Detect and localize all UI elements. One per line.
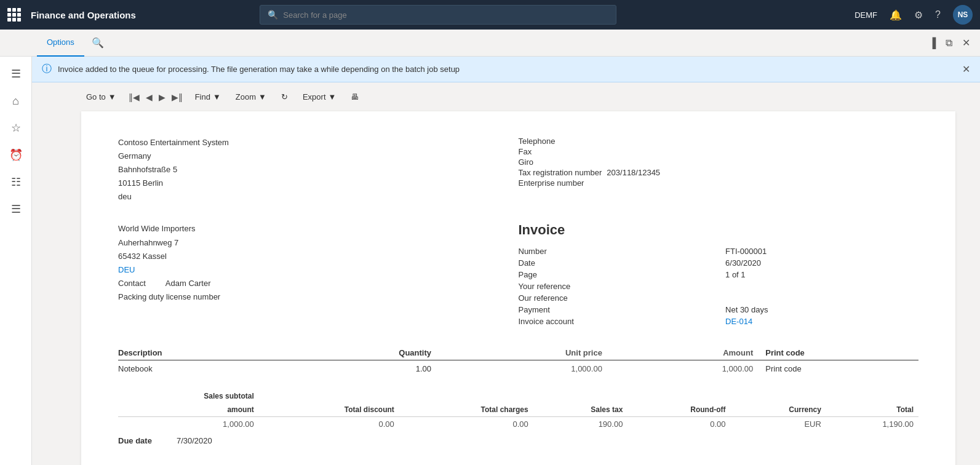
banner-message: Invoice added to the queue for processin…	[58, 65, 460, 74]
sidebar-home[interactable]: ⌂	[4, 89, 28, 113]
tax-reg-value: 203/118/12345	[607, 167, 665, 178]
invoice-main-section: World Wide Importers Auherhahnweg 7 6543…	[118, 222, 918, 327]
popout-icon[interactable]: ⧉	[943, 35, 955, 51]
seller-lang: deu	[118, 190, 519, 204]
contact-value: Adam Carter	[165, 277, 211, 290]
sidebar-recent[interactable]: ⏰	[4, 143, 28, 167]
user-avatar[interactable]: NS	[953, 5, 973, 25]
page-value: 1 of 1	[701, 269, 918, 280]
seller-contact-info: Telephone Fax Giro Tax registration	[519, 136, 919, 204]
buyer-street: Auherhahnweg 7	[118, 236, 519, 250]
settings-icon[interactable]: ⚙	[914, 9, 923, 21]
print-btn[interactable]: 🖶	[346, 90, 364, 104]
buyer-country-link[interactable]: DEU	[118, 265, 135, 274]
zoom-btn[interactable]: Zoom ▼	[231, 90, 271, 104]
search-bar[interactable]: 🔍	[260, 5, 616, 25]
prev-page-btn[interactable]: ◀	[143, 91, 155, 103]
enterprise-label: Enterprise number	[519, 178, 607, 188]
totals-total-label: Total	[826, 403, 918, 417]
totals-currency-label: Currency	[731, 403, 826, 417]
export-btn[interactable]: Export ▼	[298, 90, 341, 104]
our-ref-label: Our reference	[519, 292, 701, 304]
find-btn[interactable]: Find ▼	[190, 90, 226, 104]
sidebar-hamburger[interactable]: ☰	[4, 62, 28, 86]
notifications-icon[interactable]: 🔔	[890, 9, 902, 21]
totals-discount-label: Total discount	[259, 403, 399, 417]
number-value: FTI-000001	[701, 245, 918, 257]
table-row: Notebook 1.00 1,000.00 1,000.00 Print co…	[118, 360, 918, 378]
invoice-account-value[interactable]: DE-014	[725, 317, 752, 326]
tab-options[interactable]: Options	[37, 30, 84, 57]
sidebar-list[interactable]: ☰	[4, 197, 28, 221]
totals-currency-value: EUR	[731, 417, 826, 432]
buyer-name: World Wide Importers	[118, 222, 519, 236]
your-ref-label: Your reference	[519, 280, 701, 292]
buyer-info: World Wide Importers Auherhahnweg 7 6543…	[118, 222, 519, 327]
payment-label: Payment	[519, 304, 701, 316]
payment-value: Net 30 days	[701, 304, 918, 316]
sidebar-modules[interactable]: ☷	[4, 170, 28, 194]
due-date-label: Due date	[118, 436, 152, 445]
top-nav: Finance and Operations 🔍 DEMF 🔔 ⚙ ? NS	[0, 0, 980, 30]
packing-label: Packing duty license number	[118, 290, 519, 304]
contact-label: Contact	[118, 277, 146, 290]
totals-charges-label: Total charges	[399, 403, 533, 417]
search-input[interactable]	[283, 10, 608, 20]
col-amount: Amount	[615, 346, 765, 360]
page-label: Page	[519, 269, 701, 280]
app-title: Finance and Operations	[31, 10, 136, 20]
item-description: Notebook	[118, 360, 288, 378]
date-value: 6/30/2020	[701, 257, 918, 269]
col-print-code: Print code	[765, 346, 918, 360]
totals-tax-value: 190.00	[533, 417, 628, 432]
nav-right: DEMF 🔔 ⚙ ? NS	[855, 5, 973, 25]
totals-tax-label: Sales tax	[533, 403, 628, 417]
totals-total-value: 1,190.00	[826, 417, 918, 432]
invoice-items-table: Description Quantity Unit price Amount P…	[118, 346, 918, 377]
fax-label: Fax	[519, 146, 607, 157]
date-label: Date	[519, 257, 701, 269]
seller-address: Contoso Entertainment System Germany Bah…	[118, 136, 519, 204]
sidebar-favorites[interactable]: ☆	[4, 116, 28, 140]
seller-street: Bahnhofstraße 5	[118, 163, 519, 177]
invoice-account-label: Invoice account	[519, 316, 701, 327]
buyer-city: 65432 Kassel	[118, 250, 519, 263]
next-page-btn[interactable]: ▶	[156, 91, 168, 103]
giro-label: Giro	[519, 157, 607, 167]
item-amount: 1,000.00	[615, 360, 765, 378]
totals-section: Sales subtotal amount Total discount Tot…	[118, 389, 918, 445]
info-icon: ⓘ	[42, 63, 52, 76]
main-layout: ☰ ⌂ ☆ ⏰ ☷ ☰ ⓘ Invoice added to the queue…	[0, 57, 980, 465]
invoice-details: Invoice Number FTI-000001 Date 6/30/2020…	[519, 222, 919, 327]
help-icon[interactable]: ?	[935, 9, 941, 20]
refresh-btn[interactable]: ↻	[276, 90, 293, 104]
seller-city: 10115 Berlin	[118, 177, 519, 190]
totals-sales-subtotal-label: Sales subtotal	[118, 389, 259, 403]
item-unit-price: 1,000.00	[444, 360, 615, 378]
totals-sales-subtotal-value: 1,000.00	[118, 417, 259, 432]
totals-amount-label: amount	[118, 403, 259, 417]
invoice-title: Invoice	[519, 222, 919, 238]
main-content: ⓘ Invoice added to the queue for process…	[32, 57, 980, 465]
number-label: Number	[519, 245, 701, 257]
due-date-row: Due date 7/30/2020	[118, 436, 918, 445]
doc-toolbar: Go to ▼ ‖◀ ◀ ▶ ▶‖ Find ▼ Zoom ▼ ↻ Export…	[32, 82, 980, 111]
item-quantity: 1.00	[288, 360, 444, 378]
banner-close-btn[interactable]: ✕	[962, 63, 970, 75]
panel-toggle-icon[interactable]: ▐	[926, 35, 938, 51]
goto-btn[interactable]: Go to ▼	[81, 90, 121, 104]
totals-table: Sales subtotal amount Total discount Tot…	[118, 389, 918, 431]
seller-country: Germany	[118, 149, 519, 163]
totals-roundoff-value: 0.00	[627, 417, 730, 432]
tax-reg-label: Tax registration number	[519, 167, 607, 178]
nav-arrows: ‖◀ ◀ ▶ ▶‖	[126, 91, 185, 103]
left-sidebar: ☰ ⌂ ☆ ⏰ ☷ ☰	[0, 57, 32, 465]
last-page-btn[interactable]: ▶‖	[169, 91, 185, 103]
first-page-btn[interactable]: ‖◀	[126, 91, 142, 103]
toolbar-search-btn[interactable]: 🔍	[87, 37, 109, 49]
item-print-code: Print code	[765, 360, 918, 378]
app-grid-icon[interactable]	[7, 8, 21, 22]
telephone-label: Telephone	[519, 136, 607, 146]
col-unit-price: Unit price	[444, 346, 615, 360]
close-icon[interactable]: ✕	[960, 34, 973, 51]
